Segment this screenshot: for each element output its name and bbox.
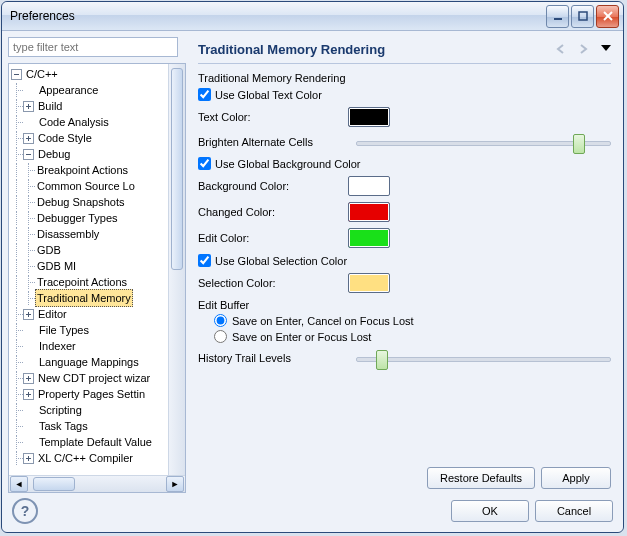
tree-item-gdb[interactable]: GDB [35, 242, 63, 258]
tree-item-indexer[interactable]: Indexer [37, 338, 78, 354]
history-trail-slider[interactable] [356, 349, 611, 367]
client-area: C/C++ Appearance Build Code Analysis Cod… [2, 31, 623, 532]
window-title: Preferences [10, 9, 544, 23]
background-color-label: Background Color: [198, 180, 348, 192]
minimize-button[interactable] [546, 5, 569, 28]
tree-item-task-tags[interactable]: Task Tags [37, 418, 90, 434]
tree-vertical-scrollbar[interactable] [168, 64, 185, 475]
tree-item-common-source[interactable]: Common Source Lo [35, 178, 137, 194]
use-global-text-color-label: Use Global Text Color [215, 89, 322, 101]
history-trail-label: History Trail Levels [198, 352, 348, 364]
selection-color-label: Selection Color: [198, 277, 348, 289]
ok-button[interactable]: OK [451, 500, 529, 522]
svg-marker-4 [601, 45, 611, 51]
use-global-bg-color-checkbox[interactable] [198, 157, 211, 170]
scroll-right-button[interactable]: ► [166, 476, 184, 492]
help-icon[interactable]: ? [12, 498, 38, 524]
close-button[interactable] [596, 5, 619, 28]
forward-icon[interactable] [575, 41, 591, 57]
tree-root[interactable]: C/C++ [24, 66, 60, 82]
save-enter-cancel-label: Save on Enter, Cancel on Focus Lost [232, 315, 414, 327]
edit-color-swatch[interactable] [348, 228, 390, 248]
tree-item-debugger-types[interactable]: Debugger Types [35, 210, 120, 226]
use-global-bg-color-label: Use Global Background Color [215, 158, 361, 170]
dropdown-menu-icon[interactable] [601, 44, 611, 54]
apply-button[interactable]: Apply [541, 467, 611, 489]
scrollbar-thumb[interactable] [171, 68, 183, 270]
tree-item-code-analysis[interactable]: Code Analysis [37, 114, 111, 130]
tree-item-scripting[interactable]: Scripting [37, 402, 84, 418]
tree-item-code-style[interactable]: Code Style [36, 130, 94, 146]
tree-horizontal-scrollbar[interactable]: ◄ ► [9, 475, 185, 492]
text-color-label: Text Color: [198, 111, 348, 123]
changed-color-label: Changed Color: [198, 206, 348, 218]
tree-item-disassembly[interactable]: Disassembly [35, 226, 101, 242]
svg-rect-1 [579, 12, 587, 20]
tree-item-traditional-memory[interactable]: Traditional Memory [35, 289, 133, 307]
background-color-swatch[interactable] [348, 176, 390, 196]
save-enter-focus-radio[interactable] [214, 330, 227, 343]
tree-item-property-pages[interactable]: Property Pages Settin [36, 386, 147, 402]
tree-item-gdb-mi[interactable]: GDB MI [35, 258, 78, 274]
edit-color-label: Edit Color: [198, 232, 348, 244]
brighten-label: Brighten Alternate Cells [198, 136, 348, 148]
tree-item-template-defaults[interactable]: Template Default Value [37, 434, 154, 450]
tree-item-language-mappings[interactable]: Language Mappings [37, 354, 141, 370]
tree-item-debug[interactable]: Debug [36, 146, 72, 162]
tree-item-breakpoint-actions[interactable]: Breakpoint Actions [35, 162, 130, 178]
page-title: Traditional Memory Rendering [198, 42, 547, 57]
filter-input[interactable] [8, 37, 178, 57]
save-enter-cancel-radio[interactable] [214, 314, 227, 327]
cancel-button[interactable]: Cancel [535, 500, 613, 522]
use-global-text-color-checkbox[interactable] [198, 88, 211, 101]
slider-handle[interactable] [573, 134, 585, 154]
text-color-swatch[interactable] [348, 107, 390, 127]
slider-handle[interactable] [376, 350, 388, 370]
preferences-window: Preferences C/C++ Appearance Build [1, 1, 624, 533]
tree-item-xl-compiler[interactable]: XL C/C++ Compiler [36, 450, 135, 466]
preferences-tree[interactable]: C/C++ Appearance Build Code Analysis Cod… [9, 64, 168, 475]
tree-item-build[interactable]: Build [36, 98, 64, 114]
tree-panel: C/C++ Appearance Build Code Analysis Cod… [8, 63, 186, 493]
tree-item-file-types[interactable]: File Types [37, 322, 91, 338]
changed-color-swatch[interactable] [348, 202, 390, 222]
scroll-left-button[interactable]: ◄ [10, 476, 28, 492]
tree-item-editor[interactable]: Editor [36, 306, 69, 322]
restore-defaults-button[interactable]: Restore Defaults [427, 467, 535, 489]
back-icon[interactable] [553, 41, 569, 57]
save-enter-focus-label: Save on Enter or Focus Lost [232, 331, 371, 343]
brighten-slider[interactable] [356, 133, 611, 151]
tree-item-appearance[interactable]: Appearance [37, 82, 100, 98]
scrollbar-thumb[interactable] [33, 477, 75, 491]
titlebar[interactable]: Preferences [2, 2, 623, 31]
section-label: Traditional Memory Rendering [198, 72, 611, 84]
tree-item-new-cdt[interactable]: New CDT project wizar [36, 370, 152, 386]
maximize-button[interactable] [571, 5, 594, 28]
edit-buffer-label: Edit Buffer [198, 299, 611, 311]
use-global-selection-color-checkbox[interactable] [198, 254, 211, 267]
use-global-selection-color-label: Use Global Selection Color [215, 255, 347, 267]
tree-item-tracepoint-actions[interactable]: Tracepoint Actions [35, 274, 129, 290]
tree-item-debug-snapshots[interactable]: Debug Snapshots [35, 194, 126, 210]
selection-color-swatch[interactable] [348, 273, 390, 293]
